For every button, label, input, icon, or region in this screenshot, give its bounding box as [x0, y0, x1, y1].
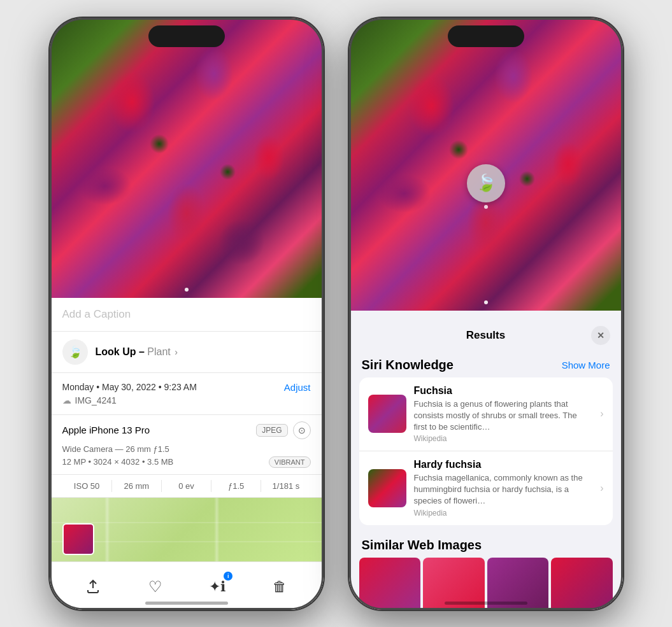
similar-image-4[interactable]	[551, 558, 613, 610]
home-indicator-2	[445, 602, 527, 605]
chevron-right-icon: ›	[175, 347, 178, 357]
results-panel: Results ✕ Siri Knowledge Show More	[349, 311, 623, 610]
similar-header: Similar Web Images	[359, 532, 613, 558]
device-name: Apple iPhone 13 Pro	[62, 425, 150, 435]
siri-visual-lookup-button[interactable]: 🍃	[467, 164, 505, 202]
location-icon[interactable]: ⊙	[293, 421, 311, 439]
cloud-icon: ☁	[62, 395, 71, 405]
similar-title: Similar Web Images	[362, 538, 482, 553]
device-section: Apple iPhone 13 Pro JPEG ⊙ Wide Camera —…	[50, 415, 324, 475]
caption-placeholder[interactable]: Add a Caption	[62, 308, 131, 320]
share-button[interactable]	[79, 573, 107, 601]
dynamic-island	[148, 25, 225, 47]
knowledge-card-hardy[interactable]: Hardy fuchsia Fuchsia magellanica, commo…	[359, 451, 613, 525]
hardy-desc: Fuchsia magellanica, commonly known as t…	[414, 472, 593, 507]
favorite-button[interactable]: ♡	[141, 573, 169, 601]
info-button[interactable]: ✦ℹ i	[203, 573, 231, 601]
camera-specs: Wide Camera — 26 mm ƒ1.5	[62, 444, 311, 454]
filename-row: ☁ IMG_4241	[62, 395, 311, 405]
siri-leaf-icon: 🍃	[476, 173, 496, 193]
phone-1-screen: Add a Caption 🍃 Look Up – Plant ›	[50, 18, 324, 610]
jpeg-badge: JPEG	[256, 424, 287, 437]
siri-knowledge-header: Siri Knowledge Show More	[359, 351, 613, 377]
fuchsia-title: Fuchsia	[414, 385, 593, 397]
leaf-icon: 🍃	[68, 345, 82, 359]
lookup-row[interactable]: 🍃 Look Up – Plant ›	[50, 332, 324, 373]
hardy-source: Wikipedia	[414, 509, 593, 518]
show-more-button[interactable]: Show More	[562, 360, 610, 370]
map-photo-thumbnail	[62, 523, 94, 555]
dot-1	[185, 288, 189, 292]
siri-dot	[484, 205, 488, 209]
fuchsia-thumbnail	[368, 395, 406, 433]
similar-section: Similar Web Images	[349, 532, 623, 610]
hardy-info: Hardy fuchsia Fuchsia magellanica, commo…	[414, 459, 593, 518]
phone-1: Add a Caption 🍃 Look Up – Plant ›	[50, 18, 324, 610]
hardy-title: Hardy fuchsia	[414, 459, 593, 470]
exif-row: ISO 50 26 mm 0 ev ƒ1.5 1/181 s	[50, 475, 324, 498]
knowledge-card-fuchsia[interactable]: Fuchsia Fuchsia is a genus of flowering …	[359, 377, 613, 452]
flower-photo	[50, 18, 324, 298]
close-button[interactable]: ✕	[591, 326, 610, 345]
sparkle-info-icon: ✦ℹ	[209, 579, 225, 595]
exif-ev: 0 ev	[162, 480, 211, 492]
phone-2-screen: 🍃 Results ✕	[349, 18, 623, 610]
filename-text: IMG_4241	[75, 395, 117, 405]
siri-knowledge-title: Siri Knowledge	[362, 358, 454, 372]
lookup-text: Look Up – Plant ›	[96, 346, 178, 358]
card-chevron-2: ›	[600, 483, 603, 494]
phones-container: Add a Caption 🍃 Look Up – Plant ›	[37, 5, 636, 623]
caption-area[interactable]: Add a Caption	[50, 298, 324, 332]
photo-date: Monday • May 30, 2022 • 9:23 AM	[62, 382, 197, 392]
info-section: Monday • May 30, 2022 • 9:23 AM Adjust ☁…	[50, 373, 324, 415]
page-indicator-2	[484, 300, 488, 304]
siri-knowledge-section: Siri Knowledge Show More Fuchsia	[349, 351, 623, 532]
lookup-icon-circle: 🍃	[62, 339, 88, 365]
fuchsia-info: Fuchsia Fuchsia is a genus of flowering …	[414, 385, 593, 444]
device-badges: JPEG ⊙	[256, 421, 310, 439]
exif-shutter: 1/181 s	[261, 480, 310, 492]
card-chevron-1: ›	[600, 408, 603, 419]
delete-button[interactable]: 🗑	[266, 573, 294, 601]
mp-text: 12 MP • 3024 × 4032 • 3.5 MB	[62, 457, 174, 467]
photo-view-2: 🍃	[349, 18, 623, 311]
exif-mm: 26 mm	[112, 480, 162, 492]
results-title: Results	[381, 329, 591, 342]
fuchsia-desc: Fuchsia is a genus of flowering plants t…	[414, 398, 593, 433]
fuchsia-source: Wikipedia	[414, 434, 593, 443]
phone-2: 🍃 Results ✕	[349, 18, 623, 610]
info-badge: i	[224, 572, 232, 581]
adjust-button[interactable]: Adjust	[284, 382, 311, 393]
page-indicator	[185, 288, 189, 292]
hardy-thumbnail	[368, 469, 406, 507]
home-indicator	[145, 602, 228, 605]
similar-image-1[interactable]	[359, 558, 421, 610]
knowledge-cards: Fuchsia Fuchsia is a genus of flowering …	[359, 377, 613, 525]
share-icon	[85, 579, 101, 595]
exif-iso: ISO 50	[62, 480, 112, 492]
trash-icon: 🗑	[273, 579, 287, 595]
exif-aperture: ƒ1.5	[211, 480, 261, 492]
map-preview[interactable]	[50, 498, 324, 561]
dynamic-island-2	[448, 25, 524, 47]
results-header: Results ✕	[349, 317, 623, 351]
heart-icon: ♡	[148, 578, 162, 596]
vibrant-badge: VIBRANT	[269, 456, 311, 468]
dot-2	[484, 300, 488, 304]
photo-view[interactable]	[50, 18, 324, 298]
mp-specs-row: 12 MP • 3024 × 4032 • 3.5 MB VIBRANT	[62, 456, 311, 468]
